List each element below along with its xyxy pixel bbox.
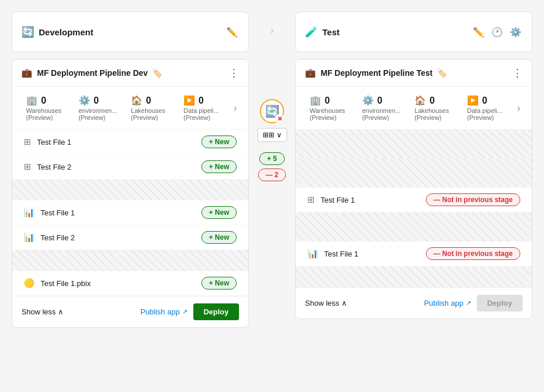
dev-stage-title: Development [39,27,93,37]
test-pipeline-card-title: MF Deployment Pipeline Test [321,68,432,78]
dev-pipeline-card-icon: 💼 [21,68,32,78]
dev-item-name-4: Test File 2 [41,233,75,242]
test-show-less-chevron: ∧ [341,299,347,307]
test-stat-warehouses: 🏢 0 Warehouses(Preview) [305,93,358,123]
dev-item-name-5: Test File 1.pbix [41,279,91,288]
dev-stage-header-left: 🔄 Development [21,25,93,38]
dev-pipeline-card-header: 💼 MF Deployment Pipeline Dev 🏷️ ⋮ [12,60,248,87]
dev-report-icon-2: 📊 [24,232,35,243]
test-lakehouse-icon: 🏠 [414,95,426,106]
compare-select-button[interactable]: ⊞⊞ ∨ [258,128,287,142]
dev-show-less-button[interactable]: Show less ∧ [21,307,64,316]
dev-pipeline-count: 0 [199,96,204,106]
dev-pipeline-card-title: MF Deployment Pipeline Dev [37,68,148,78]
dev-show-less-chevron: ∧ [58,307,64,316]
test-env-count: 0 [377,96,383,106]
remove-count-badge: — 2 [258,168,286,181]
dev-stat-lakehouse: 🏠 0 Lakehouses(Preview) [126,93,179,123]
dev-item-name-1: Test File 1 [37,138,71,146]
dev-stat-env: ⚙️ 0 environmen...(Preview) [74,93,127,123]
compare-select-icon: ⊞⊞ [263,131,274,139]
dev-item-name-2: Test File 2 [37,163,71,171]
dev-lakehouse-icon: 🏠 [131,95,142,106]
test-item-name-2: Test File 1 [324,250,358,258]
test-show-less-label: Show less [305,299,339,307]
test-settings-button[interactable]: ⚙️ [509,25,523,39]
test-stats-row: 🏢 0 Warehouses(Preview) ⚙️ 0 environmen.… [296,87,532,130]
dev-item-testfile2-table: ⊞ Test File 2 + New [12,155,248,179]
test-pipeline-label: Data pipeli...(Preview) [467,107,502,121]
test-stage-header-left: 🧪 Test [305,25,340,38]
dev-footer-right: Publish app ↗ Deploy [141,303,239,320]
test-stage-column: 🧪 Test ✏️ 🕐 ⚙️ 💼 MF Deployment Pipeline … [295,12,532,319]
test-items-list: ⊞ Test File 1 — Not in previous stage 📊 … [296,130,532,287]
dev-publish-app-button[interactable]: Publish app ↗ [141,307,188,316]
test-pipeline-card: 💼 MF Deployment Pipeline Test 🏷️ ⋮ 🏢 0 W… [295,59,532,319]
test-publish-app-button[interactable]: Publish app ↗ [424,299,471,307]
dev-edit-button[interactable]: ✏️ [225,25,239,39]
dev-env-icon: ⚙️ [79,95,90,106]
test-stage-header-icons: ✏️ 🕐 ⚙️ [472,25,523,39]
test-env-label: environmen...(Preview) [362,107,401,121]
compare-select-chevron: ∨ [277,131,282,139]
dev-warehouse-count: 0 [41,96,46,106]
dev-publish-app-icon: ↗ [182,308,188,316]
test-lakehouse-label: Lakehouses(Preview) [414,107,449,121]
dev-warehouse-icon: 🏢 [26,95,38,106]
test-pipeline-tag-icon: 🏷️ [437,68,447,78]
test-env-icon: ⚙️ [362,95,374,106]
dev-deploy-button[interactable]: Deploy [193,303,239,320]
dev-pbix-icon-1: 🟡 [24,278,35,288]
dev-stage-header-icons: ✏️ [225,25,239,39]
test-stage-icon: 🧪 [305,25,318,38]
dev-stats-chevron[interactable]: › [231,101,239,116]
dev-pipeline-label: Data pipeli...(Preview) [183,107,219,121]
test-stage-header: 🧪 Test ✏️ 🕐 ⚙️ [295,12,532,52]
test-pipeline-more-icon[interactable]: ⋮ [512,67,523,79]
test-show-less-button[interactable]: Show less ∧ [305,299,347,307]
test-pipeline-count: 0 [482,96,487,106]
dev-divider-1 [12,179,248,200]
test-history-button[interactable]: 🕐 [490,25,504,39]
dev-show-less-label: Show less [21,307,56,316]
dev-item-testfile2-report: 📊 Test File 2 + New [12,225,248,250]
test-warehouse-icon: 🏢 [310,95,321,106]
compare-controls: ⊞⊞ ∨ [258,128,287,142]
test-stats-chevron[interactable]: › [515,101,523,116]
test-divider-top-2 [296,159,532,188]
dev-card-footer: Show less ∧ Publish app ↗ Deploy [12,296,248,327]
test-warehouse-count: 0 [325,96,330,106]
refresh-error-icon: ✕ [275,114,284,123]
test-divider-mid [296,213,532,241]
test-edit-button[interactable]: ✏️ [472,25,486,39]
dev-report-icon-1: 📊 [24,207,35,218]
test-card-footer: Show less ∧ Publish app ↗ Deploy [296,287,532,318]
test-pipeline-card-header: 💼 MF Deployment Pipeline Test 🏷️ ⋮ [296,60,532,87]
test-divider-bottom [296,266,532,287]
dev-lakehouse-count: 0 [146,96,151,106]
dev-table-icon-1: ⊞ [24,137,31,147]
dev-publish-app-label: Publish app [141,307,180,316]
dev-item-testfile1-pbix: 🟡 Test File 1.pbix + New [12,271,248,296]
test-stage-title: Test [322,27,340,37]
test-publish-app-label: Publish app [424,299,464,307]
middle-column: › 🔄 ✕ ⊞⊞ ∨ + 5 — 2 [249,12,295,181]
test-item-testfile1-report: 📊 Test File 1 — Not in previous stage [296,241,532,266]
dev-env-count: 0 [94,96,99,106]
dev-warehouse-label: Warehouses(Preview) [26,107,61,121]
add-count-badge: + 5 [259,152,284,165]
dev-pipeline-more-icon[interactable]: ⋮ [229,67,239,79]
dev-env-label: environmen...(Preview) [79,107,117,121]
dev-stat-warehouses: 🏢 0 Warehouses(Preview) [21,93,74,123]
test-lakehouse-count: 0 [429,96,435,106]
test-report-icon-1: 📊 [307,248,318,259]
dev-item-name-3: Test File 1 [41,208,75,217]
dev-item-testfile1-report: 📊 Test File 1 + New [12,200,248,225]
dev-stage-column: 🔄 Development ✏️ 💼 MF Deployment Pipelin… [12,12,249,328]
dev-badge-new-1: + New [201,135,237,148]
dev-stats-row: 🏢 0 Warehouses(Preview) ⚙️ 0 environmen.… [12,87,248,130]
refresh-status-icon: 🔄 ✕ [260,99,284,123]
dev-stat-pipeline: ▶️ 0 Data pipeli...(Preview) [179,93,231,123]
dev-divider-2 [12,250,248,271]
test-item-testfile1-table: ⊞ Test File 1 — Not in previous stage [296,188,532,213]
